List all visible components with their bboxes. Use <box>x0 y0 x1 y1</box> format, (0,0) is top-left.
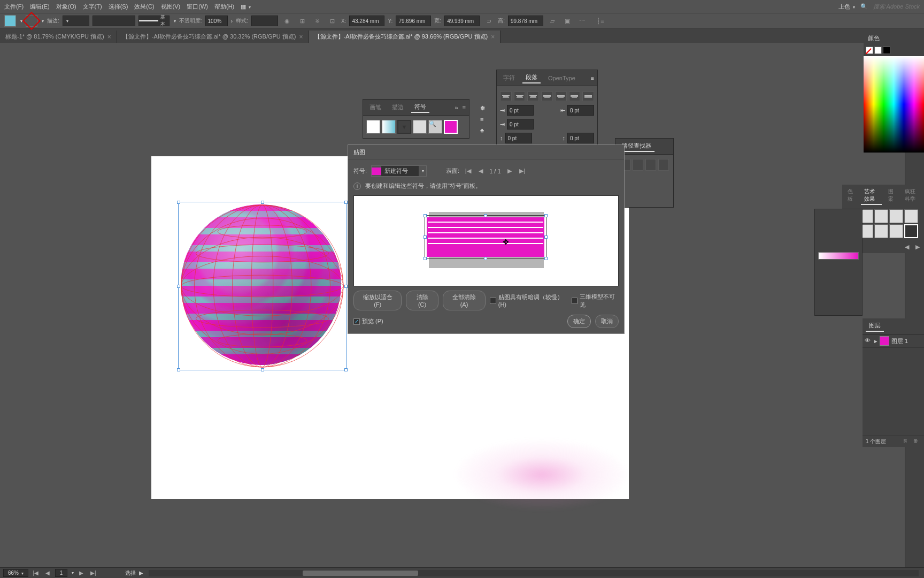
first-surface-icon[interactable]: |◀ <box>464 167 472 176</box>
tab-patterns[interactable]: 图案 <box>885 187 898 205</box>
anchor-point-icon[interactable]: ⊡ <box>326 15 338 27</box>
exclude-button[interactable] <box>658 159 669 171</box>
white-swatch[interactable] <box>874 47 882 54</box>
align-center-button[interactable] <box>514 92 526 101</box>
minus-front-button[interactable] <box>633 159 643 171</box>
color-spectrum[interactable] <box>864 56 924 153</box>
recolor-icon[interactable]: ◉ <box>281 15 293 27</box>
sphere-3d-object[interactable] <box>181 204 344 368</box>
justify-all-button[interactable] <box>582 92 594 101</box>
document-tab-active[interactable]: 【源文件】-AI软件必备技巧综合篇.ai* @ 93.66% (RGB/GPU … <box>309 31 501 43</box>
menu-file[interactable]: 文件(F) <box>4 3 24 11</box>
collapse-icon[interactable]: » <box>455 104 458 111</box>
expand-icon[interactable]: ▸ <box>874 338 877 345</box>
symbol-club-icon[interactable]: ♣ <box>480 127 485 133</box>
intersect-button[interactable] <box>645 159 656 171</box>
invisible-geometry-checkbox[interactable] <box>572 298 578 304</box>
more-icon[interactable]: ⋯ <box>576 15 588 27</box>
align-to-icon[interactable]: ⊞ <box>296 15 308 27</box>
brush-definition-dropdown[interactable]: 基本 <box>138 16 170 26</box>
stroke-tab[interactable]: 描边 <box>389 102 407 112</box>
texture-swatch[interactable] <box>904 209 918 223</box>
cancel-button[interactable]: 取消 <box>595 315 619 328</box>
symbol-menu-icon[interactable]: ≡ <box>480 116 485 123</box>
map-preview-area[interactable]: ✥ <box>353 195 619 286</box>
next-artboard-icon[interactable]: ▶ <box>77 569 86 577</box>
prev-artboard-icon[interactable]: ◀ <box>43 569 52 577</box>
new-sublayer-icon[interactable]: ⊕ <box>913 438 921 445</box>
visibility-icon[interactable]: 👁 <box>865 337 872 345</box>
texture-swatch[interactable] <box>904 224 918 238</box>
shade-artwork-checkbox[interactable] <box>490 298 496 304</box>
texture-swatch[interactable] <box>889 224 903 238</box>
arrange-docs-icon[interactable]: ▦ ▾ <box>241 3 251 10</box>
link-wh-icon[interactable]: ⊃ <box>483 15 495 27</box>
width-input[interactable] <box>444 16 480 26</box>
align-left-button[interactable] <box>500 92 512 101</box>
justify-center-button[interactable] <box>555 92 567 101</box>
texture-swatch[interactable] <box>874 224 888 238</box>
scale-to-fit-button[interactable]: 缩放以适合 (F) <box>353 291 402 310</box>
stroke-swatch[interactable] <box>26 15 37 27</box>
tab-art-effects[interactable]: 艺术效果 <box>861 187 881 205</box>
recolor-button[interactable]: 上色 ▾ <box>838 3 855 11</box>
symbols-tab[interactable]: 符号 <box>411 102 429 113</box>
character-tab[interactable]: 字符 <box>500 73 518 83</box>
align-right-button[interactable] <box>527 92 539 101</box>
search-stock[interactable]: 搜索 Adobe Stock <box>873 3 920 11</box>
first-line-indent-input[interactable] <box>507 119 534 130</box>
symbol-dropdown[interactable]: 新建符号 ▾ <box>371 165 427 177</box>
transform-icon[interactable]: ※ <box>311 15 323 27</box>
menu-text[interactable]: 文字(T) <box>83 3 102 11</box>
document-tab[interactable]: 【源文件】-AI软件必备技巧综合篇.ai* @ 30.32% (RGB/GPU … <box>117 31 309 43</box>
close-icon[interactable]: × <box>299 33 303 41</box>
tab-swatches[interactable]: 色板 <box>844 187 858 205</box>
prev-icon[interactable]: ◀ <box>903 242 911 251</box>
next-icon[interactable]: ▶ <box>913 242 922 251</box>
layers-tab[interactable]: 图层 <box>866 321 884 332</box>
last-artboard-icon[interactable]: ▶| <box>89 569 97 577</box>
color-panel-title[interactable]: 颜色 <box>864 32 924 44</box>
symbol-swatch[interactable] <box>413 120 427 134</box>
gradient-slider[interactable] <box>818 252 859 260</box>
symbol-swatch-magenta[interactable] <box>444 120 458 134</box>
menu-object[interactable]: 对象(O) <box>56 3 76 11</box>
setup-icon[interactable]: ┆≡ <box>595 15 606 27</box>
locate-icon[interactable]: ⎘ <box>904 438 911 445</box>
horizontal-scrollbar[interactable] <box>149 570 919 576</box>
texture-swatch[interactable] <box>889 209 903 223</box>
clear-button[interactable]: 清除 (C) <box>406 291 438 310</box>
space-after-input[interactable] <box>567 133 594 143</box>
y-input[interactable] <box>396 16 431 26</box>
prev-surface-icon[interactable]: ◀ <box>476 167 485 176</box>
search-icon[interactable]: 🔍 <box>860 3 868 10</box>
stroke-weight-dropdown[interactable]: ▾ <box>63 16 89 26</box>
left-indent-input[interactable] <box>507 105 534 116</box>
opacity-input[interactable] <box>205 16 228 26</box>
menu-window[interactable]: 窗口(W) <box>187 3 208 11</box>
isolate-icon[interactable]: ▣ <box>561 15 573 27</box>
document-tab[interactable]: 标题-1* @ 81.79% (CMYK/GPU 预览)× <box>0 31 117 43</box>
close-icon[interactable]: × <box>491 33 495 41</box>
menu-effect[interactable]: 效果(C) <box>134 3 154 11</box>
menu-view[interactable]: 视图(V) <box>161 3 181 11</box>
opentype-tab[interactable]: OpenType <box>545 74 579 82</box>
artboard-number[interactable]: 1 <box>55 569 68 577</box>
selection-bounding-box[interactable] <box>178 202 346 370</box>
space-before-input[interactable] <box>505 133 532 143</box>
menu-edit[interactable]: 编辑(E) <box>30 3 50 11</box>
menu-help[interactable]: 帮助(H) <box>214 3 234 11</box>
clear-all-button[interactable]: 全部清除 (A) <box>443 291 486 310</box>
stroke-profile-dropdown[interactable] <box>93 16 135 26</box>
panel-menu-icon[interactable]: ≡ <box>463 104 466 111</box>
shape-icon[interactable]: ▱ <box>546 15 558 27</box>
preview-checkbox[interactable] <box>353 318 360 325</box>
symbol-swatch[interactable] <box>382 120 396 134</box>
zoom-field[interactable]: 66% ▾ <box>3 569 28 577</box>
menu-select[interactable]: 选择(S) <box>109 3 128 11</box>
style-dropdown[interactable] <box>251 16 278 26</box>
justify-left-button[interactable] <box>541 92 553 101</box>
panel-menu-icon[interactable]: ≡ <box>591 75 594 81</box>
paragraph-tab[interactable]: 段落 <box>522 72 541 83</box>
layer-row[interactable]: 👁 ▸ 图层 1 <box>863 334 924 348</box>
